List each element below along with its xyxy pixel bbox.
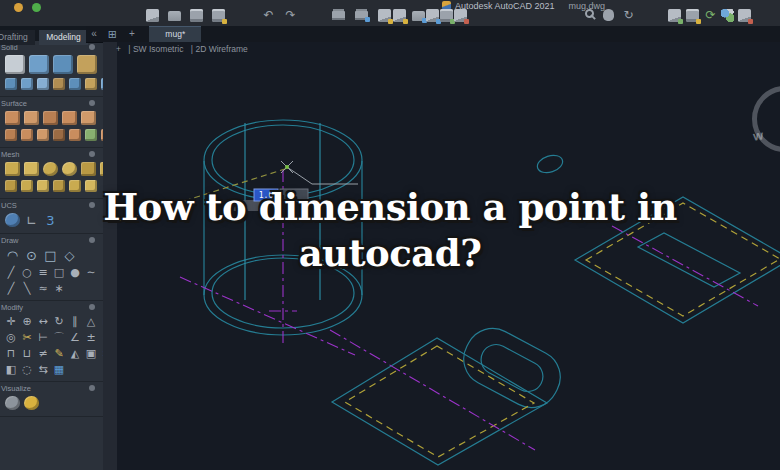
watermark-letter: w: [752, 127, 764, 143]
visual-style-control[interactable]: | 2D Wireframe: [191, 44, 248, 54]
headline-line2: autocad?: [0, 230, 780, 276]
headline-text: How to dimension a point in autocad?: [0, 184, 780, 276]
viewport-toggle[interactable]: +: [116, 44, 121, 54]
viewport-view-control[interactable]: | SW Isometric: [128, 44, 183, 54]
snap-point-marker: [285, 165, 289, 169]
viewport-controls: + | SW Isometric | 2D Wireframe: [116, 44, 253, 56]
autocad-window: Autodesk AutoCAD 2021mug.dwg ↶↷↻⟳ Drafti…: [0, 0, 780, 470]
headline-line1: How to dimension a point in: [0, 184, 780, 230]
mug-plan-entity[interactable]: [332, 319, 570, 465]
